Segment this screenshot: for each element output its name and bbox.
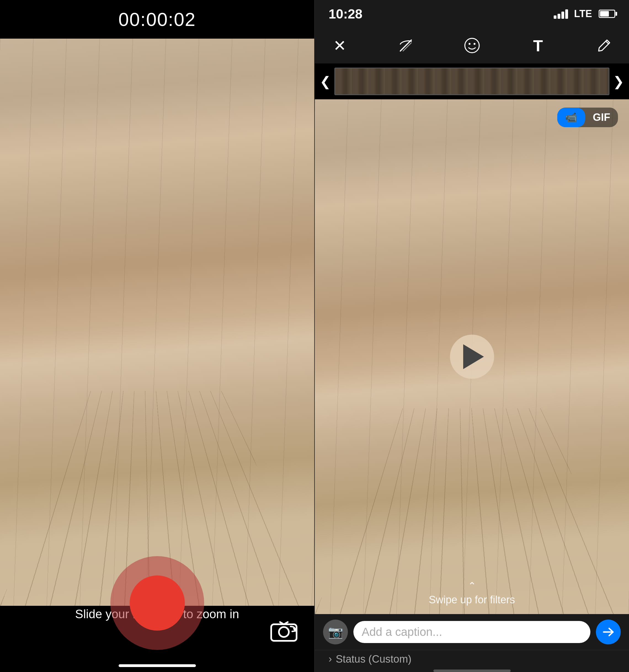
home-indicator-right	[433, 670, 511, 672]
status-time: 10:28	[329, 6, 363, 22]
gif-toggle-button[interactable]: GIF	[585, 107, 618, 127]
recording-timer: 00:00:02	[118, 8, 196, 30]
emoji-button[interactable]	[461, 34, 483, 56]
play-triangle-icon	[463, 344, 484, 369]
video-toggle-button[interactable]: 📹	[557, 108, 585, 127]
right-panel: 10:28 LTE ✕	[315, 0, 629, 672]
caption-row: 📷 Add a caption...	[315, 614, 629, 650]
left-camera-view	[0, 39, 314, 606]
camera-small-button[interactable]: 📷	[323, 620, 348, 644]
caption-input-wrap[interactable]: Add a caption...	[354, 621, 590, 643]
home-indicator-left	[119, 664, 196, 667]
left-top-bar: 00:00:02	[0, 0, 314, 39]
svg-point-2	[465, 38, 479, 53]
lte-label: LTE	[574, 8, 592, 20]
play-button[interactable]	[450, 335, 494, 379]
text-icon: T	[533, 37, 543, 55]
flip-camera-icon	[270, 620, 298, 642]
left-bottom-bar: Slide your finger up to zoom in	[0, 606, 314, 672]
swipe-chevron-icon: ⌃	[468, 580, 476, 592]
video-strip[interactable]	[334, 68, 609, 95]
signal-bars-icon	[554, 9, 568, 19]
left-panel: 00:00:02 Slide your finger up to zoom in	[0, 0, 314, 672]
svg-point-4	[474, 43, 475, 45]
record-outer-ring	[110, 556, 204, 650]
signal-bar-2	[558, 14, 560, 19]
battery-icon	[599, 10, 615, 18]
send-button[interactable]	[596, 620, 621, 644]
battery-fill	[600, 11, 609, 17]
video-strip-bar: ❮ ❯	[315, 64, 629, 99]
text-button[interactable]: T	[527, 34, 549, 56]
strip-left-arrow[interactable]: ❮	[317, 74, 333, 89]
right-toolbar: ✕ T	[315, 28, 629, 64]
edit-icon	[597, 38, 612, 53]
gif-label: GIF	[593, 112, 610, 123]
signal-bar-4	[565, 9, 568, 19]
right-bottom-bar: 📷 Add a caption... › Status (Custom)	[315, 614, 629, 672]
signal-bar-1	[554, 16, 556, 19]
status-icons: LTE	[554, 8, 615, 20]
flip-camera-button[interactable]	[270, 620, 298, 643]
swipe-filters-hint: ⌃ Swipe up for filters	[315, 580, 629, 606]
crop-button[interactable]	[395, 34, 417, 56]
camera-small-icon: 📷	[328, 625, 343, 639]
status-label: Status (Custom)	[336, 653, 412, 665]
close-icon: ✕	[333, 37, 346, 55]
video-camera-icon: 📹	[565, 112, 577, 123]
status-chevron-icon: ›	[329, 653, 332, 665]
svg-point-1	[279, 627, 289, 637]
record-button[interactable]	[130, 575, 185, 631]
video-gif-toggle[interactable]: 📹 GIF	[557, 107, 618, 127]
swipe-hint-text: Swipe up for filters	[429, 594, 515, 606]
send-icon	[601, 625, 615, 639]
strip-right-arrow[interactable]: ❯	[611, 74, 626, 89]
caption-placeholder: Add a caption...	[362, 625, 442, 639]
crop-icon	[397, 37, 414, 54]
svg-point-3	[468, 43, 470, 45]
status-row[interactable]: › Status (Custom)	[315, 650, 629, 668]
emoji-icon	[464, 37, 480, 54]
right-camera-view: 📹 GIF ⌃ Swipe up for filters	[315, 99, 629, 614]
signal-bar-3	[561, 11, 564, 19]
close-button[interactable]: ✕	[329, 34, 350, 56]
edit-button[interactable]	[593, 34, 615, 56]
status-bar: 10:28 LTE	[315, 0, 629, 28]
record-area[interactable]	[110, 556, 204, 650]
video-strip-inner	[335, 68, 609, 94]
